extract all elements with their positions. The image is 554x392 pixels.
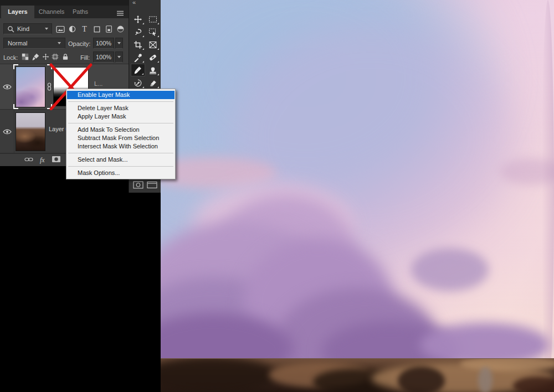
right-edge-shade	[542, 0, 554, 392]
checkerboard-icon	[22, 53, 29, 60]
lock-position-button[interactable]	[42, 53, 50, 61]
opacity-label: Opacity:	[68, 40, 90, 47]
filter-adjustment-button[interactable]	[68, 24, 77, 34]
fill-dropdown-button[interactable]	[115, 51, 123, 63]
artboard-icon	[52, 53, 59, 60]
chevron-down-icon	[117, 42, 121, 44]
filter-toggle-button[interactable]	[116, 24, 125, 34]
menu-item-delete-layer-mask[interactable]: Delete Layer Mask	[67, 104, 175, 112]
filter-shape-button[interactable]	[92, 24, 101, 34]
panel-tab-bar: Layers Channels Paths	[0, 0, 129, 18]
screen-mode-icon	[147, 180, 157, 189]
mountain-ridge	[161, 358, 554, 392]
filter-kind-dropdown[interactable]: Kind	[3, 23, 52, 34]
crop-icon	[134, 40, 142, 49]
lock-all-button[interactable]	[61, 53, 69, 61]
selection-bracket	[47, 104, 52, 109]
opacity-dropdown-button[interactable]	[115, 38, 123, 49]
chevron-down-icon	[117, 56, 121, 58]
rectangular-marquee-tool[interactable]	[146, 13, 160, 25]
quick-mask-mode-button[interactable]	[133, 180, 143, 192]
quick-mask-icon	[133, 180, 143, 189]
move-icon	[134, 15, 142, 24]
filter-toggle-ball-icon	[116, 25, 125, 33]
menu-item-select-and-mask[interactable]: Select and Mask...	[67, 156, 175, 164]
screen-mode-button[interactable]	[147, 180, 157, 192]
filter-image-button[interactable]	[55, 24, 65, 34]
menu-item-intersect-mask-with-selection[interactable]: Intersect Mask With Selection	[67, 142, 175, 151]
filter-kind-label: Kind	[17, 25, 29, 32]
panel-menu-button[interactable]	[116, 8, 124, 18]
object-selection-icon	[148, 28, 157, 37]
eyedropper-tool[interactable]	[131, 51, 145, 64]
add-mask-icon	[52, 156, 61, 163]
layer-thumbnail[interactable]	[16, 112, 45, 151]
crop-tool[interactable]	[131, 38, 145, 51]
image-filter-icon	[56, 25, 65, 34]
lasso-tool[interactable]	[131, 25, 145, 38]
brush-icon	[134, 66, 142, 75]
selection-bracket	[13, 64, 18, 69]
link-layers-button[interactable]	[24, 155, 33, 165]
mask-link-icon[interactable]	[47, 82, 52, 93]
tab-paths[interactable]: Paths	[69, 6, 92, 18]
photoshop-window: «	[0, 0, 554, 392]
selection-bracket	[47, 64, 52, 69]
menu-item-mask-options[interactable]: Mask Options...	[67, 169, 175, 177]
healing-brush-tool[interactable]	[146, 51, 160, 64]
move-small-icon	[42, 53, 49, 60]
menu-separator	[68, 166, 173, 167]
healing-brush-icon	[148, 53, 157, 62]
add-layer-mask-button[interactable]	[52, 155, 61, 165]
eye-icon	[3, 84, 12, 90]
history-brush-tool[interactable]	[131, 76, 145, 89]
tab-layers[interactable]: Layers	[1, 6, 34, 18]
chevron-down-icon	[58, 42, 61, 44]
tab-channels[interactable]: Channels	[35, 6, 68, 18]
menu-item-subtract-mask-from-selection[interactable]: Subtract Mask From Selection	[67, 134, 175, 142]
move-tool[interactable]	[131, 13, 145, 25]
chain-icon	[47, 82, 52, 91]
fill-label: Fill:	[80, 54, 90, 61]
visibility-toggle[interactable]	[0, 64, 14, 109]
clone-stamp-tool[interactable]	[146, 64, 160, 76]
filter-smart-object-button[interactable]	[104, 24, 114, 34]
brush-tool[interactable]	[131, 64, 145, 76]
lasso-icon	[134, 28, 142, 37]
lock-image-pixels-button[interactable]	[32, 53, 40, 61]
mountain-shadow	[161, 358, 277, 392]
mountain-ravine	[398, 367, 445, 392]
layer-mask-context-menu: Enable Layer Mask Delete Layer Mask Appl…	[66, 89, 176, 179]
menu-item-apply-layer-mask[interactable]: Apply Layer Mask	[67, 112, 175, 121]
lock-transparency-button[interactable]	[21, 53, 29, 61]
smart-object-filter-icon	[105, 25, 113, 33]
object-selection-tool[interactable]	[146, 25, 160, 38]
opacity-input[interactable]: 100%	[93, 38, 114, 49]
blend-mode-dropdown[interactable]: Normal	[3, 38, 65, 49]
hamburger-icon	[116, 11, 124, 16]
eye-icon	[3, 128, 12, 135]
visibility-toggle[interactable]	[0, 110, 14, 153]
layer-thumbnail[interactable]	[16, 66, 45, 107]
fill-input[interactable]: 100%	[93, 51, 114, 63]
canvas-image[interactable]	[161, 0, 554, 392]
layer-name[interactable]: L...	[94, 80, 102, 87]
adjustment-filter-icon	[68, 25, 76, 33]
menu-item-add-mask-to-selection[interactable]: Add Mask To Selection	[67, 126, 175, 134]
filter-type-button[interactable]: T	[80, 24, 89, 34]
lock-label: Lock:	[3, 54, 18, 61]
mountain-trail	[478, 367, 493, 392]
link-icon	[24, 156, 33, 163]
collapse-panel-button[interactable]: «	[132, 0, 136, 6]
history-brush-icon	[134, 79, 142, 87]
frame-tool[interactable]	[146, 38, 160, 51]
frame-icon	[148, 40, 157, 49]
menu-item-enable-layer-mask[interactable]: Enable Layer Mask	[67, 91, 175, 99]
chevron-down-icon	[45, 28, 48, 30]
lock-artboard-button[interactable]	[51, 53, 59, 61]
layer-effects-button[interactable]: fx	[40, 156, 45, 164]
eraser-tool[interactable]	[146, 76, 160, 89]
padlock-icon	[62, 53, 69, 60]
clone-stamp-icon	[148, 66, 157, 75]
cloud-wisp-center	[411, 248, 489, 291]
